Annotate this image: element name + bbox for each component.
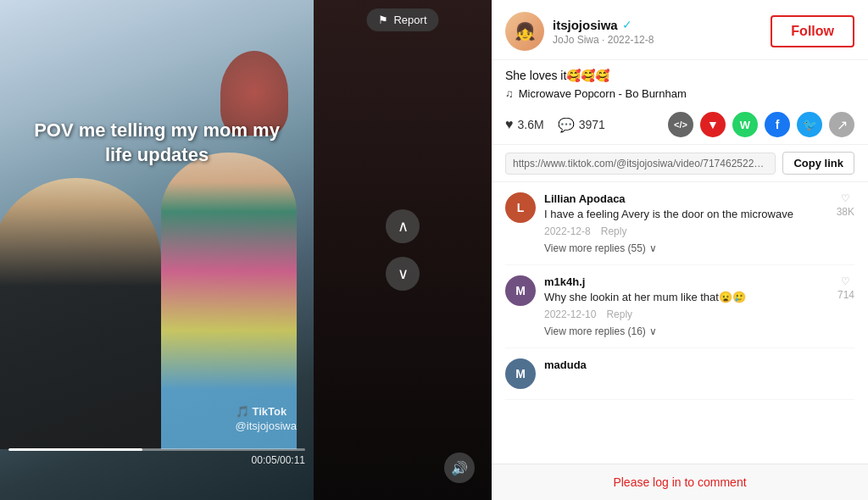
username-row: itsjojosiwa ✓: [553, 18, 762, 32]
comment-meta: 2022-12-10 Reply: [544, 308, 829, 320]
comments-area: L Lillian Apodaca I have a feeling Avery…: [492, 182, 868, 464]
video-timeline[interactable]: 00:05/00:11: [8, 448, 305, 466]
commenter-username[interactable]: maduda: [544, 358, 854, 371]
embed-share-icon[interactable]: </>: [668, 112, 693, 137]
view-more-replies-2[interactable]: View more replies (16) ∨: [544, 325, 829, 337]
commenter-avatar: M: [505, 275, 536, 306]
sound-button[interactable]: 🔊: [444, 453, 475, 483]
avatar: 👧: [505, 12, 544, 51]
heart-icon: ♡: [841, 275, 850, 287]
heart-icon: ♡: [841, 192, 850, 204]
commenter-username[interactable]: Lillian Apodaca: [544, 192, 828, 205]
stats-row: ♥ 3.6M 💬 3971 </> ▼ W f 🐦 ↗: [492, 105, 868, 145]
middle-panel: ⚑ Report ∧ ∨ 🔊: [314, 0, 492, 500]
comment-icon: 💬: [558, 117, 575, 133]
verified-icon: ✓: [622, 18, 632, 31]
chevron-down-small-icon: ∨: [649, 325, 657, 337]
comment-count[interactable]: 💬 3971: [558, 117, 605, 133]
heart-icon: ♥: [505, 117, 514, 132]
share-icons: </> ▼ W f 🐦 ↗: [668, 112, 854, 137]
comment-like[interactable]: ♡ 38K: [837, 192, 854, 254]
chevron-down-small-icon: ∨: [649, 242, 657, 254]
chevron-down-icon: ∨: [398, 264, 409, 283]
comment-like[interactable]: ♡ 714: [837, 275, 854, 337]
nav-up-button[interactable]: ∧: [386, 209, 420, 243]
comment-body: m1k4h.j Why she lookin at her mum like t…: [544, 275, 829, 337]
video-figure-left: [0, 178, 161, 449]
login-bar: Please log in to comment: [492, 464, 868, 500]
tiktok-logo-icon: 🎵: [236, 405, 249, 418]
whatsapp-share-icon[interactable]: W: [732, 112, 758, 137]
video-overlay-text: POV me telling my mom my life updates: [25, 119, 288, 167]
timeline-progress: [8, 448, 142, 451]
copy-link-button[interactable]: Copy link: [782, 152, 854, 175]
music-row[interactable]: ♫ Microwave Popcorn - Bo Burnham: [505, 87, 854, 100]
commenter-avatar: L: [505, 192, 536, 223]
follow-button[interactable]: Follow: [771, 15, 854, 47]
video-panel: POV me telling my mom my life updates 🎵 …: [0, 0, 314, 500]
flag-icon: ⚑: [378, 14, 388, 26]
nav-down-button[interactable]: ∨: [386, 257, 420, 291]
facebook-share-icon[interactable]: f: [765, 112, 790, 137]
more-share-icon[interactable]: ↗: [829, 112, 854, 137]
user-info: itsjojosiwa ✓ JoJo Siwa · 2022-12-8: [553, 18, 762, 46]
music-note-icon: ♫: [505, 87, 514, 100]
user-meta: JoJo Siwa · 2022-12-8: [553, 34, 762, 46]
commenter-avatar: M: [505, 358, 536, 389]
download-share-icon[interactable]: ▼: [700, 112, 726, 137]
caption-text: She loves it🥰🥰🥰: [505, 69, 854, 82]
comment-meta: 2022-12-8 Reply: [544, 225, 828, 237]
like-count[interactable]: ♥ 3.6M: [505, 117, 544, 132]
comment-text: I have a feeling Avery is the door on th…: [544, 207, 828, 222]
timeline-bar[interactable]: [8, 448, 305, 451]
avatar-image: 👧: [515, 21, 536, 42]
sound-icon: 🔊: [451, 460, 468, 476]
commenter-username[interactable]: m1k4h.j: [544, 275, 829, 288]
comment-text: Why she lookin at her mum like that😦🥲: [544, 290, 829, 305]
username[interactable]: itsjojosiwa: [553, 18, 618, 32]
login-to-comment-link[interactable]: Please log in to comment: [613, 475, 746, 489]
comment-body: Lillian Apodaca I have a feeling Avery i…: [544, 192, 828, 254]
comment-body: maduda: [544, 358, 854, 389]
comment-item: M m1k4h.j Why she lookin at her mum like…: [505, 265, 854, 348]
caption-area: She loves it🥰🥰🥰 ♫ Microwave Popcorn - Bo…: [492, 60, 868, 105]
chevron-up-icon: ∧: [398, 217, 409, 236]
view-more-replies-1[interactable]: View more replies (55) ∨: [544, 242, 828, 254]
timeline-time: 00:05/00:11: [8, 454, 305, 466]
report-button[interactable]: ⚑ Report: [366, 8, 438, 31]
url-row: https://www.tiktok.com/@itsjojosiwa/vide…: [492, 145, 868, 182]
info-panel: 👧 itsjojosiwa ✓ JoJo Siwa · 2022-12-8 Fo…: [492, 0, 868, 500]
twitter-share-icon[interactable]: 🐦: [797, 112, 822, 137]
comment-item: L Lillian Apodaca I have a feeling Avery…: [505, 182, 854, 265]
music-title: Microwave Popcorn - Bo Burnham: [519, 87, 687, 100]
video-header: 👧 itsjojosiwa ✓ JoJo Siwa · 2022-12-8 Fo…: [492, 0, 868, 60]
tiktok-watermark: 🎵 TikTok @itsjojosiwa: [236, 405, 297, 432]
comment-item: M maduda: [505, 348, 854, 400]
video-url: https://www.tiktok.com/@itsjojosiwa/vide…: [505, 153, 776, 175]
